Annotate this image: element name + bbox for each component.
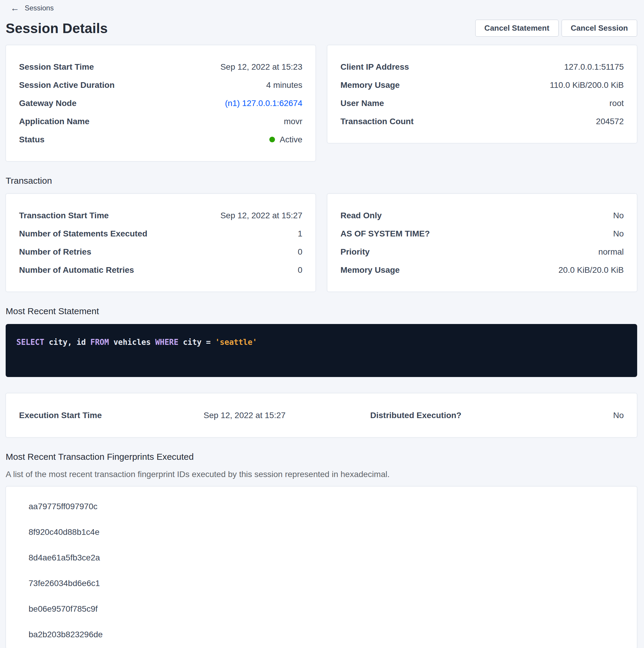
as-of-system-time-label: AS OF SYSTEM TIME?: [341, 229, 430, 238]
session-start-time-row: Session Start Time Sep 12, 2022 at 15:23: [19, 58, 302, 76]
read-only-row: Read Only No: [341, 206, 624, 224]
transaction-info-card: Transaction Start Time Sep 12, 2022 at 1…: [6, 194, 316, 292]
txn-memory-usage-row: Memory Usage 20.0 KiB/20.0 KiB: [341, 261, 624, 279]
sql-token: =: [206, 338, 211, 346]
sql-token: city,: [49, 338, 72, 346]
automatic-retries-label: Number of Automatic Retries: [19, 265, 134, 275]
fingerprint-list-item: 8d4ae61a5fb3ce2a: [6, 545, 637, 571]
cancel-session-button[interactable]: Cancel Session: [562, 20, 637, 37]
gateway-node-row: Gateway Node (n1) 127.0.0.1:62674: [19, 94, 302, 112]
fingerprint-list-item: aa79775ff097970c: [6, 494, 637, 519]
gateway-node-label: Gateway Node: [19, 99, 76, 108]
memory-usage-value: 110.0 KiB/200.0 KiB: [550, 80, 624, 90]
memory-usage-label: Memory Usage: [341, 80, 400, 90]
transaction-props-card: Read Only No AS OF SYSTEM TIME? No Prior…: [327, 194, 637, 292]
client-info-card: Client IP Address 127.0.0.1:51175 Memory…: [327, 45, 637, 143]
transaction-count-row: Transaction Count 204572: [341, 112, 624, 130]
sql-token: FROM: [91, 338, 109, 346]
session-start-time-value: Sep 12, 2022 at 15:23: [220, 62, 302, 72]
sql-token: id: [76, 338, 86, 346]
status-label: Status: [19, 135, 45, 145]
session-active-duration-value: 4 minutes: [266, 80, 302, 90]
statement-section-heading: Most Recent Statement: [6, 306, 637, 316]
status-badge: Active: [280, 135, 302, 145]
status-row: Status Active: [19, 130, 302, 149]
statements-executed-label: Number of Statements Executed: [19, 229, 147, 238]
gateway-node-link[interactable]: (n1) 127.0.0.1:62674: [225, 99, 302, 108]
back-arrow-icon[interactable]: ←: [10, 4, 19, 12]
transaction-start-time-value: Sep 12, 2022 at 15:27: [220, 211, 302, 220]
back-to-sessions-link[interactable]: Sessions: [25, 4, 54, 12]
status-active-dot-icon: [269, 137, 275, 142]
application-name-row: Application Name movr: [19, 112, 302, 130]
sql-token: vehicles: [113, 338, 151, 346]
transaction-count-value: 204572: [596, 117, 624, 126]
session-active-duration-label: Session Active Duration: [19, 80, 115, 90]
page-header: Session Details Cancel Statement Cancel …: [6, 20, 637, 37]
as-of-system-time-value: No: [613, 229, 624, 238]
transaction-count-label: Transaction Count: [341, 117, 414, 126]
session-start-time-label: Session Start Time: [19, 62, 94, 72]
user-name-value: root: [609, 99, 624, 108]
priority-row: Priority normal: [341, 243, 624, 261]
as-of-system-time-row: AS OF SYSTEM TIME? No: [341, 224, 624, 243]
statements-executed-value: 1: [298, 229, 302, 238]
txn-memory-usage-label: Memory Usage: [341, 265, 400, 275]
read-only-label: Read Only: [341, 211, 382, 220]
sql-statement-box: SELECTcity,idFROMvehiclesWHEREcity='seat…: [6, 324, 637, 377]
distributed-execution-label: Distributed Execution?: [370, 411, 461, 420]
page-title: Session Details: [6, 20, 108, 36]
retries-value: 0: [298, 247, 302, 257]
sql-token: 'seattle': [215, 338, 257, 346]
fingerprint-list-item: be06e9570f785c9f: [6, 596, 637, 622]
transaction-start-time-row: Transaction Start Time Sep 12, 2022 at 1…: [19, 206, 302, 224]
sql-token: city: [183, 338, 202, 346]
cancel-statement-button[interactable]: Cancel Statement: [475, 20, 559, 37]
transaction-start-time-label: Transaction Start Time: [19, 211, 109, 220]
execution-start-time-label: Execution Start Time: [19, 411, 203, 420]
client-ip-row: Client IP Address 127.0.0.1:51175: [341, 58, 624, 76]
session-info-card: Session Start Time Sep 12, 2022 at 15:23…: [6, 45, 316, 161]
transaction-section-heading: Transaction: [6, 176, 637, 186]
execution-start-time-value: Sep 12, 2022 at 15:27: [203, 411, 370, 420]
sql-token: WHERE: [155, 338, 178, 346]
read-only-value: No: [613, 211, 624, 220]
automatic-retries-row: Number of Automatic Retries 0: [19, 261, 302, 279]
fingerprints-description: A list of the most recent transaction fi…: [6, 470, 637, 479]
breadcrumb: ← Sessions: [10, 4, 644, 12]
distributed-execution-value: No: [461, 411, 624, 420]
fingerprint-list-item: 8f920c40d88b1c4e: [6, 519, 637, 545]
application-name-label: Application Name: [19, 117, 89, 126]
user-name-row: User Name root: [341, 94, 624, 112]
statements-executed-row: Number of Statements Executed 1: [19, 224, 302, 243]
retries-label: Number of Retries: [19, 247, 92, 257]
priority-label: Priority: [341, 247, 370, 257]
execution-card: Execution Start Time Sep 12, 2022 at 15:…: [6, 393, 637, 437]
fingerprint-list-item: ba2b203b823296de: [6, 622, 637, 647]
txn-memory-usage-value: 20.0 KiB/20.0 KiB: [559, 265, 624, 275]
fingerprints-section-heading: Most Recent Transaction Fingerprints Exe…: [6, 452, 637, 462]
sql-token: SELECT: [16, 338, 44, 346]
memory-usage-row: Memory Usage 110.0 KiB/200.0 KiB: [341, 76, 624, 94]
retries-row: Number of Retries 0: [19, 243, 302, 261]
session-summary-row: Session Start Time Sep 12, 2022 at 15:23…: [6, 45, 637, 161]
client-ip-label: Client IP Address: [341, 62, 409, 72]
priority-value: normal: [598, 247, 624, 257]
transaction-row: Transaction Start Time Sep 12, 2022 at 1…: [6, 194, 637, 292]
user-name-label: User Name: [341, 99, 384, 108]
fingerprints-card: aa79775ff097970c 8f920c40d88b1c4e 8d4ae6…: [6, 486, 637, 648]
application-name-value: movr: [284, 117, 302, 126]
automatic-retries-value: 0: [298, 265, 302, 275]
header-actions: Cancel Statement Cancel Session: [475, 20, 637, 37]
session-active-duration-row: Session Active Duration 4 minutes: [19, 76, 302, 94]
fingerprint-list-item: 73fe26034bd6e6c1: [6, 571, 637, 596]
client-ip-value: 127.0.0.1:51175: [564, 62, 624, 72]
